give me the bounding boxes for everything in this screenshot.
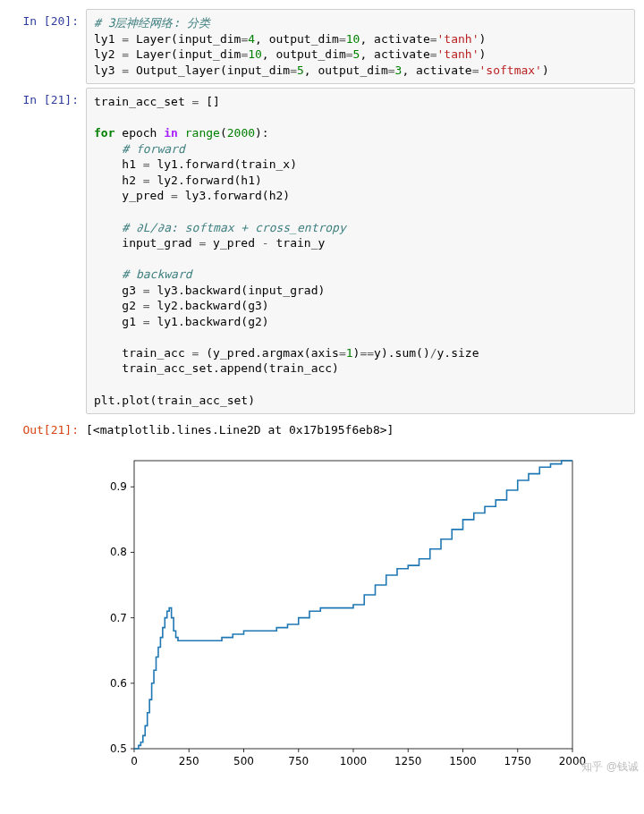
svg-text:0.5: 0.5 [110,742,127,755]
output-chart: 0250500750100012501500175020000.50.60.70… [85,447,644,778]
svg-text:1250: 1250 [394,755,422,767]
svg-text:0.9: 0.9 [110,480,127,493]
svg-text:0.7: 0.7 [110,612,127,624]
code-content[interactable]: # 3层神经网络: 分类 ly1 = Layer(input_dim=4, ou… [94,15,627,78]
code-content[interactable]: train_acc_set = [] for epoch in range(20… [94,94,627,408]
output-cell-21: Out[21]: [<matplotlib.lines.Line2D at 0x… [0,418,644,438]
code-cell-20: In [20]: # 3层神经网络: 分类 ly1 = Layer(input_… [0,9,644,84]
svg-text:250: 250 [179,755,199,767]
svg-text:1500: 1500 [449,755,477,767]
svg-text:0: 0 [131,755,138,767]
output-prompt: Out[21]: [0,418,86,438]
input-prompt: In [21]: [0,88,86,108]
svg-text:500: 500 [233,755,254,767]
svg-text:0.8: 0.8 [110,546,127,558]
svg-text:1000: 1000 [340,755,368,767]
code-cell-21: In [21]: train_acc_set = [] for epoch in… [0,88,644,414]
input-prompt: In [20]: [0,9,86,30]
line-chart: 0250500750100012501500175020000.50.60.70… [85,447,586,778]
svg-text:0.6: 0.6 [110,677,127,690]
svg-text:750: 750 [288,755,309,767]
output-text: [<matplotlib.lines.Line2D at 0x17b195f6e… [86,418,635,437]
watermark-text: 知乎 @钱诚 [581,759,639,775]
input-area[interactable]: # 3层神经网络: 分类 ly1 = Layer(input_dim=4, ou… [86,9,635,84]
input-area[interactable]: train_acc_set = [] for epoch in range(20… [86,88,635,414]
svg-text:1750: 1750 [504,755,531,767]
